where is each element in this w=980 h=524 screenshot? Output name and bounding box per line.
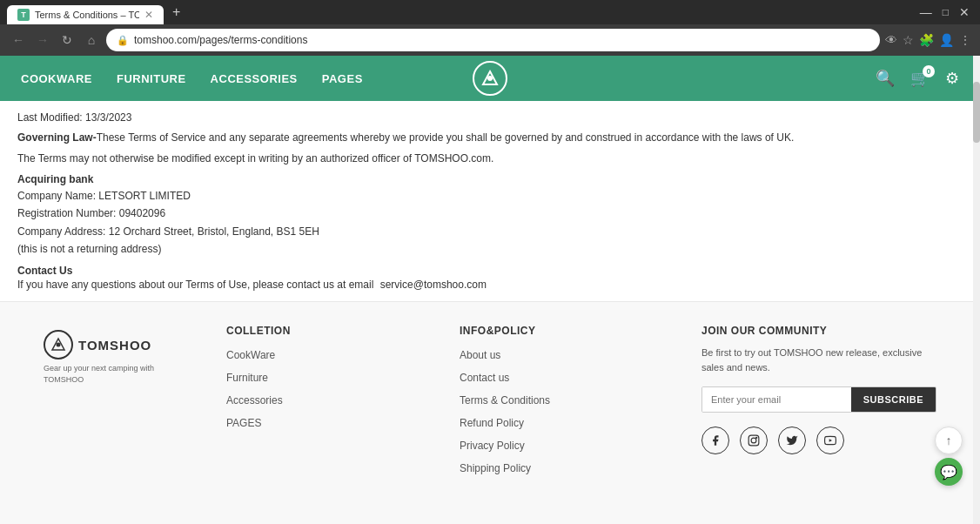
address-bar[interactable]: 🔒 tomshoo.com/pages/terms-conditions [106, 29, 880, 51]
nav-links: COOKWARE FURNITURE ACCESSORIES PAGES [21, 72, 363, 85]
footer-privacy-link[interactable]: Privacy Policy [460, 440, 667, 452]
logo-circle [473, 61, 507, 96]
footer-accessories-link[interactable]: Accessories [226, 394, 433, 406]
search-button[interactable]: 🔍 [876, 69, 895, 88]
browser-chrome: T Terms & Conditions – TOMSH... ✕ + — □ … [0, 0, 980, 24]
contact-us-text: If you have any questions about our Term… [17, 279, 963, 291]
scrollbar-thumb[interactable] [973, 82, 980, 143]
footer-shipping-link[interactable]: Shipping Policy [460, 462, 667, 474]
footer-refund-link[interactable]: Refund Policy [460, 417, 667, 429]
contact-us-intro: If you have any questions about our Term… [17, 279, 373, 291]
last-modified: Last Modified: 13/3/2023 [17, 106, 963, 129]
cart-badge: 0 [923, 65, 935, 77]
footer-contact-link[interactable]: Contact us [460, 372, 667, 384]
site-logo[interactable] [473, 61, 507, 96]
footer-community-col: JOIN OUR COMMUNITY Be first to try out T… [684, 325, 936, 524]
footer-brand-name: TOMSHOO [78, 338, 151, 353]
address-note: (this is not a returning address) [17, 240, 963, 258]
acquiring-bank-section: Acquiring bank Company Name: LETSORT LIM… [17, 173, 963, 259]
chat-button[interactable]: 💬 [935, 458, 963, 486]
contact-section: Contact Us If you have any questions abo… [17, 265, 963, 291]
scrollbar-track[interactable] [973, 56, 980, 524]
footer-logo-icon [44, 330, 73, 359]
bookmark-icon[interactable]: ☆ [903, 33, 914, 47]
menu-icon[interactable]: ⋮ [959, 33, 971, 47]
svg-marker-7 [829, 440, 832, 443]
logo-svg [480, 69, 500, 88]
community-title: JOIN OUR COMMUNITY [701, 325, 936, 337]
reg-number: Registration Number: 09402096 [17, 205, 963, 222]
community-desc: Be first to try out TOMSHOO new release,… [701, 346, 936, 374]
footer-info-col: INFO&POLICY About us Contact us Terms & … [451, 325, 675, 524]
minimize-icon[interactable]: — [916, 5, 936, 19]
email-subscribe-form: SUBSCRIBE [701, 386, 936, 413]
contact-email-link[interactable]: service@tomshoo.com [380, 279, 487, 291]
home-button[interactable]: ⌂ [82, 30, 101, 50]
settings-button[interactable]: ⚙ [945, 69, 959, 88]
footer-terms-link[interactable]: Terms & Conditions [460, 394, 667, 406]
nav-actions: 🔍 🛒 0 ⚙ [876, 69, 959, 88]
email-input[interactable] [702, 387, 851, 412]
svg-rect-4 [748, 436, 759, 447]
contact-us-title: Contact Us [17, 265, 963, 277]
footer-about-link[interactable]: About us [460, 349, 667, 361]
social-icons-row [701, 427, 936, 454]
profile-icon[interactable]: 👤 [939, 33, 954, 47]
nav-cookware[interactable]: COOKWARE [21, 72, 92, 85]
main-content: Last Modified: 13/3/2023 Governing Law-T… [0, 101, 980, 302]
info-title: INFO&POLICY [460, 325, 667, 337]
footer-furniture-link[interactable]: Furniture [226, 372, 433, 384]
footer-tagline: Gear up your next camping with TOMSHOO [44, 363, 191, 385]
cart-button[interactable]: 🛒 0 [910, 69, 930, 88]
svg-point-1 [487, 76, 493, 81]
scroll-to-top-button[interactable]: ↑ [935, 427, 963, 454]
close-window-icon[interactable]: ✕ [956, 5, 973, 19]
site-nav: COOKWARE FURNITURE ACCESSORIES PAGES 🔍 🛒… [0, 56, 980, 101]
twitter-icon[interactable] [778, 427, 806, 454]
governing-law-section: Governing Law-These Terms of Service and… [17, 129, 963, 146]
footer-logo-svg [50, 337, 66, 353]
eye-off-icon[interactable]: 👁 [885, 33, 897, 47]
footer-brand: TOMSHOO Gear up your next camping with T… [44, 325, 191, 524]
footer: TOMSHOO Gear up your next camping with T… [0, 302, 980, 524]
refresh-button[interactable]: ↻ [57, 30, 77, 50]
tab-favicon: T [17, 9, 30, 21]
nav-pages[interactable]: PAGES [322, 72, 363, 85]
forward-button[interactable]: → [33, 30, 52, 50]
svg-point-6 [756, 438, 757, 439]
youtube-icon[interactable] [816, 427, 844, 454]
browser-toolbar: ← → ↻ ⌂ 🔒 tomshoo.com/pages/terms-condit… [0, 24, 980, 56]
back-button[interactable]: ← [9, 30, 28, 50]
footer-cookware-link[interactable]: CookWare [226, 349, 433, 361]
company-name: Company Name: LETSORT LIMITED [17, 187, 963, 205]
maximize-icon[interactable]: □ [939, 6, 952, 18]
svg-point-3 [57, 343, 61, 347]
new-tab-button[interactable]: + [167, 4, 185, 20]
svg-point-5 [751, 438, 756, 443]
company-address: Company Address: 12 Orchard Street, Bris… [17, 223, 963, 240]
footer-collection-col: COLLETION CookWare Furniture Accessories… [200, 325, 442, 524]
url-text: tomshoo.com/pages/terms-conditions [134, 34, 307, 46]
terms-note: The Terms may not otherwise be modified … [17, 150, 963, 167]
collection-title: COLLETION [226, 325, 433, 337]
secure-icon: 🔒 [117, 35, 129, 46]
governing-law-title: Governing Law- [17, 131, 97, 144]
acquiring-bank-title: Acquiring bank [17, 173, 963, 185]
instagram-icon[interactable] [740, 427, 768, 454]
footer-logo: TOMSHOO [44, 330, 191, 359]
tab-close-icon[interactable]: ✕ [144, 9, 153, 21]
browser-tab[interactable]: T Terms & Conditions – TOMSH... ✕ [7, 5, 164, 24]
governing-law-text: These Terms of Service and any separate … [97, 131, 795, 144]
nav-accessories[interactable]: ACCESSORIES [211, 72, 298, 85]
facebook-icon[interactable] [701, 427, 729, 454]
footer-pages-link[interactable]: PAGES [226, 417, 433, 429]
nav-furniture[interactable]: FURNITURE [117, 72, 186, 85]
tab-title: Terms & Conditions – TOMSH... [35, 10, 139, 20]
subscribe-button[interactable]: SUBSCRIBE [851, 387, 936, 412]
extensions-icon[interactable]: 🧩 [919, 33, 934, 47]
